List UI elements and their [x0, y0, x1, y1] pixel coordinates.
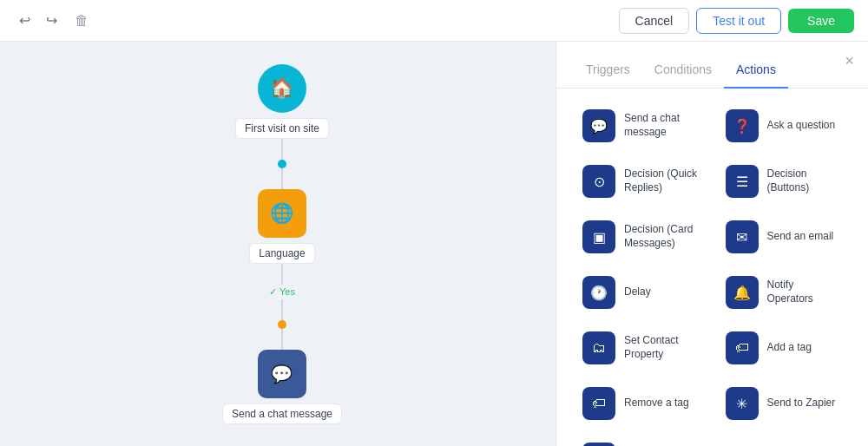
test-button[interactable]: Test it out	[696, 8, 781, 34]
action-icon-send-email: ✉	[726, 220, 759, 253]
delete-button[interactable]: 🗑	[68, 10, 95, 32]
trigger-label: First visit on site	[235, 118, 329, 139]
action-icon-ask-question: ❓	[726, 109, 759, 142]
language-icon: 🌐	[258, 189, 306, 238]
action-item-send-chat[interactable]: 💬Send a chat message	[574, 102, 708, 149]
tab-actions[interactable]: Actions	[724, 56, 788, 89]
action-item-send-zapier[interactable]: ✳Send to Zapier	[717, 380, 852, 427]
actions-grid: 💬Send a chat message❓Ask a question⊙Deci…	[556, 89, 868, 446]
action-item-set-contact[interactable]: 🗂Set Contact Property	[574, 325, 708, 371]
connector-1	[281, 139, 283, 160]
action-icon-add-tag: 🏷	[726, 331, 759, 364]
language-label: Language	[249, 243, 314, 264]
action-icon-decision-card: ▣	[582, 220, 615, 253]
action-item-decision-card[interactable]: ▣Decision (Card Messages)	[574, 213, 708, 260]
action-icon-set-contact: 🗂	[582, 331, 615, 364]
action-item-notify-ops[interactable]: 🔔Notify Operators	[717, 269, 852, 316]
action-item-ask-question[interactable]: ❓Ask a question	[717, 102, 852, 149]
undo-button[interactable]: ↩	[14, 9, 36, 32]
redo-button[interactable]: ↪	[41, 9, 62, 32]
toolbar-left: ↩ ↪ 🗑	[14, 9, 95, 32]
action-icon-delay: 🕐	[582, 276, 615, 309]
panel-header: Triggers Conditions Actions ×	[556, 42, 868, 89]
save-button[interactable]: Save	[788, 9, 854, 33]
action-icon-remove-tag: 🏷	[582, 387, 615, 420]
actions-panel: Triggers Conditions Actions × 💬Send a ch…	[556, 42, 868, 446]
flow-node-language[interactable]: 🌐 Language	[249, 189, 314, 264]
action-item-remove-tag[interactable]: 🏷Remove a tag	[574, 380, 708, 427]
action-label-ask-question: Ask a question	[767, 119, 836, 133]
action-label-send-email: Send an email	[767, 230, 834, 244]
action-label-decision-quick: Decision (Quick Replies)	[624, 167, 700, 194]
action-item-decision-quick[interactable]: ⊙Decision (Quick Replies)	[574, 158, 708, 205]
action-item-chat-bot-ended[interactable]: ✏Chat with bot ended	[574, 436, 708, 446]
cancel-button[interactable]: Cancel	[619, 8, 690, 34]
yes-label: ✓ Yes	[269, 286, 295, 298]
action-label-send-zapier: Send to Zapier	[767, 397, 836, 410]
action-item-add-tag[interactable]: 🏷Add a tag	[717, 325, 852, 371]
dot-2	[278, 320, 286, 329]
action-item-send-email[interactable]: ✉Send an email	[717, 213, 852, 260]
action-label-decision-card: Decision (Card Messages)	[624, 223, 700, 250]
trigger-icon: 🏠	[258, 64, 306, 113]
tab-triggers[interactable]: Triggers	[574, 56, 642, 89]
connector-2	[281, 168, 283, 189]
action-icon-send-zapier: ✳	[726, 387, 759, 420]
action-item-delay[interactable]: 🕐Delay	[574, 269, 708, 316]
action-label-delay: Delay	[624, 285, 651, 299]
connector-3	[281, 264, 283, 285]
action-label-send-chat: Send a chat message	[624, 112, 700, 139]
connector-4	[281, 299, 283, 320]
flow-node-chat[interactable]: 💬 Send a chat message	[222, 350, 342, 424]
action-icon-notify-ops: 🔔	[726, 276, 759, 309]
check-icon: ✓	[269, 286, 277, 298]
tab-conditions[interactable]: Conditions	[642, 56, 724, 89]
action-icon-send-chat: 💬	[582, 109, 615, 142]
chat-icon: 💬	[258, 350, 306, 398]
action-label-add-tag: Add a tag	[767, 341, 812, 355]
action-label-remove-tag: Remove a tag	[624, 397, 689, 410]
chat-label: Send a chat message	[222, 403, 342, 424]
action-label-notify-ops: Notify Operators	[767, 279, 843, 305]
toolbar: ↩ ↪ 🗑 Cancel Test it out Save	[0, 0, 868, 42]
action-item-decision-buttons[interactable]: ☰Decision (Buttons)	[717, 158, 852, 205]
action-icon-chat-bot-ended: ✏	[582, 443, 615, 446]
action-icon-decision-quick: ⊙	[582, 165, 615, 198]
connector-5	[281, 329, 283, 350]
close-button[interactable]: ×	[845, 52, 854, 70]
action-label-decision-buttons: Decision (Buttons)	[767, 167, 843, 194]
flow-node-trigger[interactable]: 🏠 First visit on site	[235, 64, 329, 139]
canvas: 🏠 First visit on site 🌐 Language ✓ Yes 💬…	[0, 42, 564, 446]
action-icon-decision-buttons: ☰	[726, 165, 759, 198]
action-label-set-contact: Set Contact Property	[624, 334, 700, 361]
dot-1	[278, 160, 286, 168]
flow-diagram: 🏠 First visit on site 🌐 Language ✓ Yes 💬…	[222, 64, 342, 424]
